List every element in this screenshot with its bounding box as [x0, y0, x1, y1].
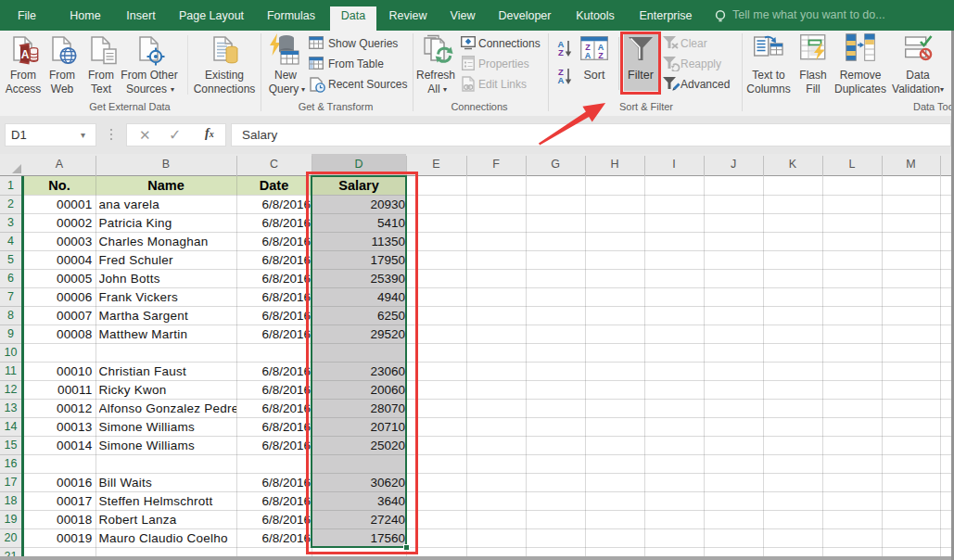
svg-text:A: A	[21, 48, 30, 61]
svg-text:Z: Z	[558, 47, 564, 57]
svg-text:Z: Z	[598, 51, 604, 60]
svg-text:A: A	[585, 51, 591, 60]
